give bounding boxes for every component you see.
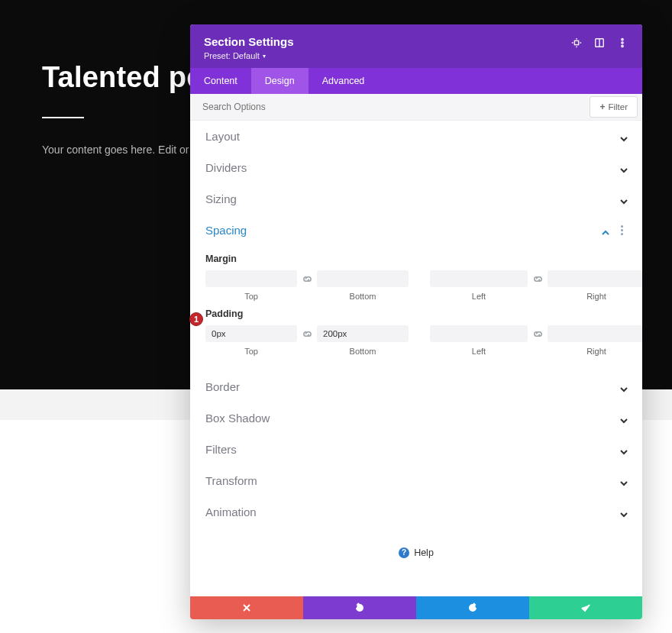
settings-tabs: Content Design Advanced [190,68,642,94]
margin-top-input[interactable] [205,270,297,287]
callout-badge-1: 1 [189,312,203,326]
padding-right-input[interactable] [548,325,642,342]
chevron-up-icon [601,227,609,234]
side-left-label: Left [430,292,528,301]
plus-icon: + [599,102,605,112]
chevron-down-icon [619,133,627,140]
help-link[interactable]: ? Help [399,547,434,558]
chevron-down-icon [619,477,627,485]
kebab-menu-icon[interactable] [616,37,628,49]
modal-title: Section Settings [204,35,294,48]
padding-top-input[interactable] [205,325,297,342]
responsive-icon[interactable] [593,37,606,49]
svg-rect-0 [574,40,578,44]
accordion-label: Dividers [205,161,247,174]
side-left-label: Left [430,347,528,356]
discard-button[interactable] [190,596,303,619]
link-icon[interactable] [532,273,543,284]
chevron-down-icon [619,164,627,172]
accordion-label: Box Shadow [205,412,270,425]
tab-advanced[interactable]: Advanced [309,68,379,94]
redo-button[interactable] [416,596,529,619]
accordion-layout[interactable]: Layout [190,121,642,152]
accordion-transform[interactable]: Transform [190,465,642,496]
chevron-down-icon [619,383,627,391]
side-bottom-label: Bottom [317,347,409,356]
chevron-down-icon [619,446,627,454]
help-icon: ? [399,547,409,558]
preset-label: Preset: Default [204,51,260,60]
svg-point-4 [622,42,623,44]
accordion-box-shadow[interactable]: Box Shadow [190,402,642,434]
margin-left-input[interactable] [430,270,528,287]
spacing-kebab-icon[interactable] [616,225,627,235]
accordion-list: Layout Dividers Sizing Spacing Margin [190,121,642,596]
accordion-border[interactable]: Border [190,371,642,402]
spacing-panel: Margin Top Bottom [190,254,642,371]
help-row: ? Help [190,528,642,596]
accordion-dividers[interactable]: Dividers [190,152,642,183]
margin-row: Top Bottom Left Right [205,270,627,301]
svg-point-3 [622,38,623,40]
chevron-down-icon [619,415,627,422]
help-label: Help [414,547,434,558]
accordion-label: Filters [205,443,237,456]
margin-right-input[interactable] [548,270,642,287]
link-icon[interactable] [302,328,312,339]
chevron-down-icon [619,509,627,516]
side-top-label: Top [205,292,297,301]
accordion-spacing[interactable]: Spacing [190,215,642,246]
tab-content[interactable]: Content [190,68,251,94]
svg-point-5 [622,45,623,47]
padding-bottom-input[interactable] [317,325,409,342]
padding-left-input[interactable] [430,325,528,342]
link-icon[interactable] [302,273,312,284]
filter-button[interactable]: + Filter [590,96,638,118]
undo-button[interactable] [303,596,416,619]
filter-label: Filter [608,102,628,111]
padding-label: Padding [205,308,627,319]
snap-icon[interactable] [570,37,583,49]
search-input[interactable] [190,94,590,120]
link-icon[interactable] [532,328,543,339]
accordion-label: Transform [205,474,257,487]
accordion-filters[interactable]: Filters [190,434,642,465]
modal-header: Section Settings Preset: Default ▾ [190,24,642,68]
caret-down-icon: ▾ [263,53,266,60]
side-right-label: Right [548,347,642,356]
accordion-label: Layout [205,130,240,143]
accordion-label: Animation [205,505,257,518]
preset-dropdown[interactable]: Preset: Default ▾ [204,51,294,60]
accordion-label: Border [205,380,240,393]
accordion-sizing[interactable]: Sizing [190,183,642,215]
side-top-label: Top [205,347,297,356]
accordion-animation[interactable]: Animation [190,496,642,528]
save-button[interactable] [529,596,642,619]
modal-footer [190,596,642,619]
section-settings-modal: Section Settings Preset: Default ▾ Conte… [190,24,642,619]
hero-divider [42,117,84,118]
side-right-label: Right [548,292,642,301]
accordion-label: Sizing [205,192,237,205]
accordion-label: Spacing [205,224,247,237]
side-bottom-label: Bottom [317,292,409,301]
padding-row: Top Bottom Left Right [205,325,627,356]
tab-design[interactable]: Design [251,68,309,94]
margin-label: Margin [205,254,627,264]
chevron-down-icon [619,195,627,203]
margin-bottom-input[interactable] [317,270,409,287]
options-search-row: + Filter [190,94,642,121]
